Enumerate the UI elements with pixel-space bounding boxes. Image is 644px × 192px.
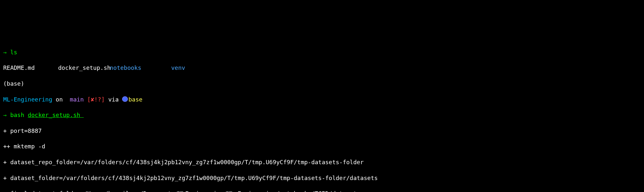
- trace-line: + dataset_repo_folder=/var/folders/cf/43…: [3, 158, 641, 166]
- env-name: base: [129, 96, 142, 103]
- prompt-arrow: →: [3, 49, 7, 56]
- git-status: [✘!?]: [87, 96, 105, 103]
- branch-name: main: [66, 96, 87, 103]
- trace-line: ++ mktemp -d: [3, 143, 641, 150]
- command-arg: docker_setup.sh: [28, 112, 84, 118]
- folder-notebooks: notebooks: [110, 64, 171, 72]
- repo-name: ML-Engineering: [3, 96, 52, 103]
- folder-venv: venv: [171, 64, 203, 72]
- file-readme: README.md: [3, 64, 58, 72]
- prompt-line-2: ML-Engineering on main [✘!?] via base: [3, 96, 641, 103]
- trace-line: + final_dataset_folder=/Users/benwilson/…: [3, 190, 641, 192]
- file-docker-setup: docker_setup.sh: [58, 64, 110, 72]
- prompt-line-1: → ls: [3, 48, 641, 56]
- terminal-window[interactable]: → ls README.mddocker_setup.shnotebooksve…: [0, 39, 644, 192]
- env-icon: [122, 96, 128, 102]
- prompt-line-3: → bash docker_setup.sh: [3, 111, 641, 119]
- env-indicator: (base): [3, 80, 641, 88]
- command-ls: ls: [10, 49, 17, 56]
- trace-line: + port=8887: [3, 127, 641, 135]
- ls-output: README.mddocker_setup.shnotebooksvenv: [3, 64, 641, 72]
- prompt-arrow: →: [3, 112, 7, 118]
- trace-line: + dataset_folder=/var/folders/cf/438sj4k…: [3, 174, 641, 182]
- command-bash: bash: [10, 112, 28, 118]
